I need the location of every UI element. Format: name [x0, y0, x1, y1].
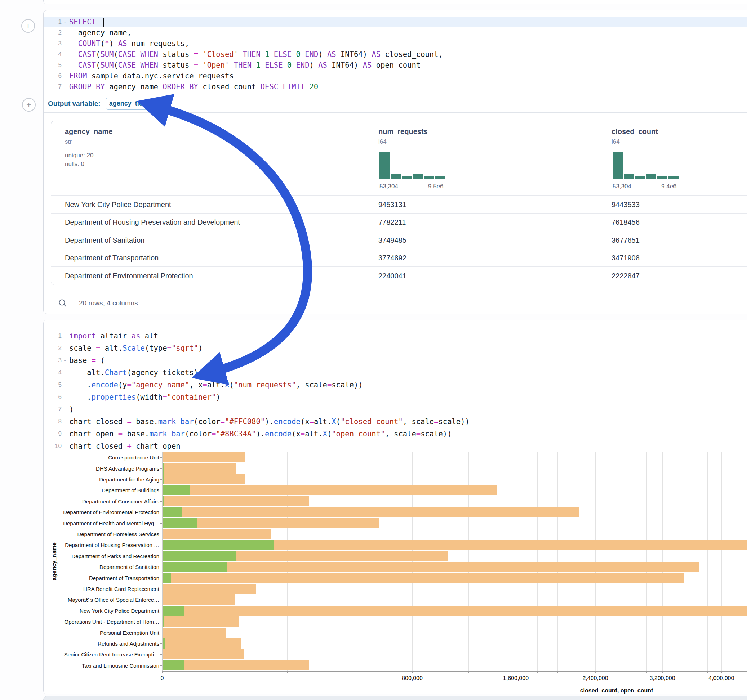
- line-number: 3⌄: [44, 357, 64, 364]
- column-header-num-requests[interactable]: num_requests: [378, 127, 428, 136]
- bar-closed: [163, 661, 309, 670]
- y-axis-title: agency_name: [51, 542, 57, 581]
- grid-line: [678, 452, 678, 671]
- sql-code-editor[interactable]: 1⌄SELECT 2 agency_name,3 COUNT(*) AS num…: [44, 17, 747, 92]
- code-line[interactable]: 3 COUNT(*) AS num_requests,: [44, 38, 747, 49]
- histogram-bar: [612, 152, 623, 179]
- column-type-closed-count: i64: [611, 138, 620, 145]
- histogram-bar: [624, 174, 634, 179]
- y-axis-tick: [160, 567, 162, 567]
- x-axis-tick-label: 1,600,000: [503, 675, 529, 682]
- line-number: 1: [44, 332, 64, 339]
- output-variable-label: Output variable:: [48, 100, 101, 108]
- result-table: agency_name str unique: 20 nulls: 0 num_…: [51, 121, 747, 285]
- output-variable-pill[interactable]: agency_tickets: [106, 98, 150, 110]
- column-header-agency-name[interactable]: agency_name: [65, 127, 112, 136]
- python-code-editor[interactable]: 1import altair as alt2scale = alt.Scale(…: [44, 330, 747, 452]
- table-cell: 9453131: [378, 200, 407, 208]
- table-row[interactable]: Department of Housing Preservation and D…: [51, 213, 747, 231]
- code-text: CAST(SUM(CASE WHEN status = 'Closed' THE…: [64, 50, 747, 59]
- code-line[interactable]: 2 agency_name,: [44, 27, 747, 38]
- y-axis-tick: [160, 654, 162, 655]
- column-header-closed-count[interactable]: closed_count: [611, 127, 658, 136]
- histogram-bar: [413, 174, 423, 179]
- table-row[interactable]: Department of Transportation377489234719…: [51, 249, 747, 267]
- bar-open: [163, 463, 164, 474]
- next-cell-edge: [43, 695, 747, 700]
- histogram-num-requests: [380, 151, 445, 179]
- chevron-down-icon[interactable]: ⌄: [63, 357, 67, 362]
- table-cell: 7782211: [378, 218, 406, 226]
- code-line[interactable]: 4 alt.Chart(agency_tickets): [44, 367, 747, 379]
- chevron-down-icon[interactable]: ⌄: [63, 19, 67, 24]
- code-line[interactable]: 6 .properties(width="container"): [44, 391, 747, 403]
- code-line[interactable]: 5 .encode(y="agency_name", x=alt.X("num_…: [44, 379, 747, 391]
- bar-open: [163, 617, 164, 626]
- y-axis-label: Taxi and Limousine Commission: [58, 662, 159, 668]
- code-text: import altair as alt: [64, 332, 747, 340]
- table-cell: 3774892: [378, 254, 407, 262]
- table-cell: 2240041: [378, 272, 407, 280]
- y-axis-tick: [160, 545, 162, 545]
- code-text: FROM sample_data.nyc.service_requests: [64, 72, 747, 80]
- y-axis-tick: [160, 556, 162, 556]
- grid-line: [558, 452, 558, 671]
- bar-closed: [163, 649, 244, 659]
- grid-line: [339, 452, 339, 671]
- histogram-bar: [635, 176, 645, 179]
- y-axis-tick: [160, 578, 162, 578]
- table-row[interactable]: Department of Environmental Protection22…: [51, 267, 747, 284]
- table-cell: Department of Housing Preservation and D…: [65, 218, 240, 226]
- code-line[interactable]: 4 CAST(SUM(CASE WHEN status = 'Closed' T…: [44, 49, 747, 60]
- notebook-page: + + 1⌄SELECT 2 agency_name,3 COUNT(*) AS…: [0, 0, 747, 700]
- code-line[interactable]: 3⌄base = (: [44, 355, 747, 367]
- code-line[interactable]: 1import altair as alt: [44, 330, 747, 342]
- table-row[interactable]: Department of Sanitation37494853677651: [51, 231, 747, 249]
- bar-closed: [163, 584, 256, 594]
- y-axis-label: Department of Buildings: [58, 487, 159, 493]
- line-number: 8: [44, 418, 64, 425]
- bar-open: [163, 518, 197, 528]
- table-row[interactable]: New York City Police Department945313194…: [51, 195, 747, 213]
- code-line[interactable]: 6FROM sample_data.nyc.service_requests: [44, 71, 747, 81]
- y-axis-label: Department of Housing Preservation …: [58, 542, 159, 548]
- grid-line: [412, 452, 413, 671]
- y-axis-label: Department of Transportation: [58, 575, 159, 581]
- bar-open: [163, 606, 184, 616]
- code-text: COUNT(*) AS num_requests,: [64, 39, 747, 48]
- histogram-min-label: 53,304: [612, 183, 631, 190]
- bar-closed: [163, 485, 497, 495]
- code-line[interactable]: 7): [44, 403, 747, 416]
- add-cell-button-top[interactable]: +: [21, 19, 35, 33]
- bar-open: [163, 562, 227, 572]
- bar-closed: [163, 452, 245, 462]
- code-line[interactable]: 9chart_open = base.mark_bar(color="#8BC3…: [44, 428, 747, 440]
- grid-line: [721, 452, 722, 671]
- y-axis-tick: [160, 622, 162, 622]
- grid-line: [595, 452, 596, 671]
- line-number: 7: [44, 406, 64, 413]
- previous-cell-edge: [43, 0, 747, 5]
- code-line[interactable]: 2scale = alt.Scale(type="sqrt"): [44, 342, 747, 355]
- search-icon[interactable]: [58, 299, 67, 308]
- code-text: GROUP BY agency_name ORDER BY closed_cou…: [64, 83, 747, 91]
- grid-line: [646, 452, 647, 671]
- code-line[interactable]: 1⌄SELECT: [44, 17, 747, 27]
- y-axis-tick: [160, 534, 162, 534]
- line-number: 5: [44, 62, 64, 69]
- grid-line: [613, 452, 613, 671]
- histogram-min-label: 53,304: [380, 183, 398, 190]
- line-number: 6: [44, 394, 64, 401]
- code-line[interactable]: 7GROUP BY agency_name ORDER BY closed_co…: [44, 81, 747, 92]
- bar-open: [163, 573, 171, 583]
- table-cell: 9443533: [611, 200, 640, 208]
- code-line[interactable]: 8chart_closed = base.mark_bar(color="#FF…: [44, 416, 747, 428]
- histogram-bar: [435, 176, 445, 179]
- line-number: 2: [44, 345, 64, 352]
- code-line[interactable]: 5 CAST(SUM(CASE WHEN status = 'Open' THE…: [44, 60, 747, 71]
- column-type-num-requests: i64: [378, 138, 387, 145]
- table-cell: 3749485: [378, 236, 407, 244]
- add-cell-button-output[interactable]: +: [22, 98, 36, 112]
- grid-line: [662, 452, 663, 671]
- table-cell: Department of Transportation: [65, 254, 159, 262]
